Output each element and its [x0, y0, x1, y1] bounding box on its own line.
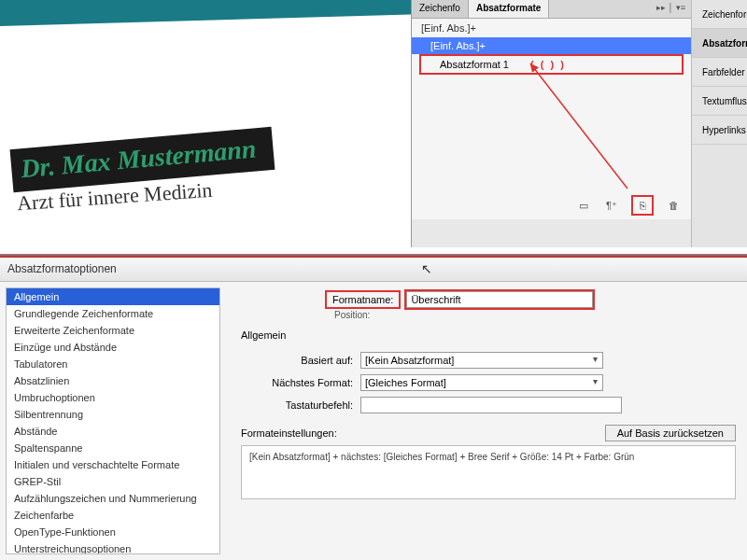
sidebar-item[interactable]: Spaltenspanne	[7, 440, 219, 456]
formateinstellungen-label: Formateinstellungen:	[241, 427, 337, 439]
naechstes-format-label: Nächstes Format:	[241, 377, 353, 388]
sidebar-item[interactable]: Erweiterte Zeichenformate	[7, 322, 219, 339]
sidebar-item[interactable]: Unterstreichungsoptionen	[7, 540, 219, 554]
formatname-label: Formatname:	[325, 290, 401, 309]
naechstes-format-select[interactable]: [Gleiches Format]	[360, 374, 603, 391]
sidebar-item[interactable]: Initialen und verschachtelte Formate	[7, 456, 219, 473]
sidebar-item[interactable]: Absatzlinien	[7, 372, 219, 389]
sidebar-item[interactable]: Einzüge und Abstände	[7, 339, 219, 356]
folder-icon[interactable]: ▭	[575, 198, 592, 213]
current-style-label: [Einf. Abs.]+	[412, 19, 691, 37]
dialog-title: Absatzformatoptionen ↖	[0, 258, 747, 282]
right-dock: Zeichenformat Absatzformate Farbfelder T…	[691, 0, 747, 247]
dialog-category-list[interactable]: Allgemein Grundlegende Zeichenformate Er…	[6, 287, 220, 554]
sidebar-item[interactable]: Tabulatoren	[7, 356, 219, 372]
dock-zeichenformate[interactable]: Zeichenformat	[692, 0, 747, 29]
sidebar-item[interactable]: Grundlegende Zeichenformate	[7, 305, 219, 322]
tab-absatzformate[interactable]: Absatzformate	[469, 0, 549, 18]
paragraph-style-options-dialog: Absatzformatoptionen ↖ Allgemein Grundle…	[0, 258, 747, 560]
style-label: [Einf. Abs.]+	[430, 40, 486, 51]
sidebar-item[interactable]: Zeichenfarbe	[7, 507, 219, 524]
sidebar-item[interactable]: Aufzählungszeichen und Nummerierung	[7, 490, 219, 507]
reset-to-base-button[interactable]: Auf Basis zurücksetzen	[605, 425, 736, 441]
format-settings-summary: [Kein Absatzformat] + nächstes: [Gleiche…	[241, 445, 736, 499]
doc-header-strip	[0, 0, 411, 26]
tastaturbefehl-input[interactable]	[360, 397, 622, 413]
cursor-icon: ↖	[421, 261, 432, 276]
document-canvas[interactable]: Dr. Max Mustermann Arzt für innere Mediz…	[0, 0, 411, 247]
style-item-absatzformat1[interactable]: Absatzformat 1 ( ( ) )	[419, 54, 684, 75]
panel-collapse-icon[interactable]: ▸▸ │ ▾≡	[651, 0, 691, 18]
dock-hyperlinks[interactable]: Hyperlinks	[692, 116, 747, 145]
position-label: Position:	[334, 310, 736, 320]
sidebar-item[interactable]: Silbentrennung	[7, 406, 219, 423]
dock-farbfelder[interactable]: Farbfelder	[692, 58, 747, 87]
style-item-basic[interactable]: [Einf. Abs.]+	[412, 37, 691, 54]
tab-zeichenformate[interactable]: Zeichenfo	[412, 0, 469, 18]
basiert-auf-select[interactable]: [Kein Absatzformat]	[360, 352, 603, 369]
section-heading: Allgemein	[241, 329, 736, 341]
sidebar-item[interactable]: OpenType-Funktionen	[7, 524, 219, 540]
clear-overrides-icon[interactable]: ¶⁺	[603, 198, 620, 213]
trash-icon[interactable]: 🗑	[665, 198, 682, 213]
sidebar-item-allgemein[interactable]: Allgemein	[7, 288, 219, 305]
annotation-marks: ( ( ) )	[530, 59, 566, 70]
sidebar-item[interactable]: Umbruchoptionen	[7, 389, 219, 406]
sidebar-item[interactable]: GREP-Stil	[7, 473, 219, 490]
formatname-input[interactable]	[406, 291, 593, 308]
new-style-icon[interactable]: ⎘	[631, 195, 654, 216]
style-label: Absatzformat 1	[440, 59, 509, 70]
dock-textumfluss[interactable]: Textumfluss	[692, 87, 747, 116]
sidebar-item[interactable]: Abstände	[7, 423, 219, 440]
basiert-auf-label: Basiert auf:	[241, 355, 353, 366]
paragraph-styles-panel: Zeichenfo Absatzformate ▸▸ │ ▾≡ [Einf. A…	[411, 0, 691, 247]
dock-absatzformate[interactable]: Absatzformate	[692, 29, 747, 58]
tastaturbefehl-label: Tastaturbefehl:	[241, 399, 353, 411]
